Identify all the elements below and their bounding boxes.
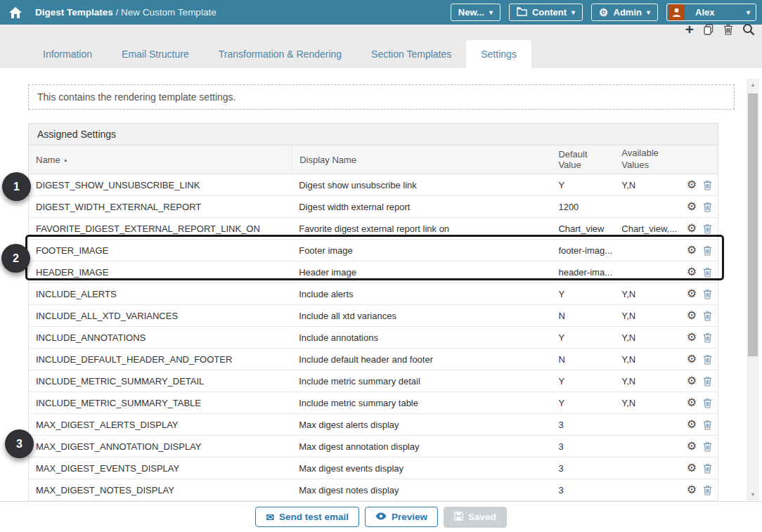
tab-settings[interactable]: Settings — [466, 40, 531, 68]
table-row: MAX_DIGEST_ANNOTATION_DISPLAY Max digest… — [29, 436, 718, 458]
delete-setting-trash-icon[interactable] — [703, 485, 712, 495]
setting-name: INCLUDE_ANNOTATIONS — [29, 332, 292, 343]
setting-name: DIGEST_SHOW_UNSUBSCRIBE_LINK — [29, 180, 292, 190]
table-title: Assigned Settings — [28, 123, 718, 145]
preview-button[interactable]: Preview — [365, 507, 438, 527]
setting-default-value: Chart_view — [551, 223, 614, 234]
scrollbar-down-arrow[interactable]: ▼ — [747, 492, 759, 497]
delete-setting-trash-icon[interactable] — [703, 289, 712, 299]
tab-transformation-rendering[interactable]: Transformation & Rendering — [204, 40, 356, 68]
copy-icon[interactable] — [703, 24, 714, 35]
row-actions: ⚙ — [678, 462, 718, 474]
table-body: DIGEST_SHOW_UNSUBSCRIBE_LINK Digest show… — [28, 174, 718, 501]
delete-setting-trash-icon[interactable] — [703, 420, 712, 430]
saved-button[interactable]: Saved — [444, 507, 507, 528]
edit-setting-gear-icon[interactable]: ⚙ — [687, 245, 697, 256]
breadcrumb: Digest Templates / New Custom Template — [35, 7, 217, 18]
table-row: MAX_DIGEST_ALERTS_DISPLAY Max digest ale… — [29, 414, 718, 436]
edit-setting-gear-icon[interactable]: ⚙ — [687, 201, 697, 212]
gear-icon: ⚙ — [599, 7, 608, 18]
column-header-display-name[interactable]: Display Name — [292, 145, 551, 174]
delete-setting-trash-icon[interactable] — [703, 267, 712, 278]
edit-setting-gear-icon[interactable]: ⚙ — [687, 484, 697, 495]
edit-setting-gear-icon[interactable]: ⚙ — [687, 310, 697, 321]
delete-setting-trash-icon[interactable] — [703, 354, 712, 365]
scrollbar-up-arrow[interactable]: ▲ — [747, 82, 759, 87]
home-icon[interactable] — [9, 7, 22, 18]
edit-setting-gear-icon[interactable]: ⚙ — [687, 397, 697, 408]
tab-section-templates[interactable]: Section Templates — [356, 40, 466, 68]
edit-setting-gear-icon[interactable]: ⚙ — [687, 419, 697, 430]
edit-setting-gear-icon[interactable]: ⚙ — [687, 288, 697, 299]
setting-default-value: N — [551, 311, 614, 321]
row-actions: ⚙ — [678, 245, 718, 256]
delete-icon[interactable] — [723, 24, 733, 35]
row-actions: ⚙ — [678, 288, 718, 299]
table-row: INCLUDE_ALERTS Include alerts Y Y,N ⚙ — [29, 283, 718, 305]
table-row: MAX_DIGEST_NOTES_DISPLAY Max digest note… — [29, 479, 718, 501]
row-actions: ⚙ — [678, 353, 718, 365]
setting-name: INCLUDE_ALERTS — [29, 289, 292, 299]
delete-setting-trash-icon[interactable] — [703, 180, 712, 190]
topbar-actions: New... ▾ Content ▾ ⚙ Admin ▾ Alex ▾ — [451, 4, 756, 21]
setting-default-value: header-ima... — [551, 267, 614, 278]
delete-setting-trash-icon[interactable] — [703, 311, 712, 321]
delete-setting-trash-icon[interactable] — [703, 398, 712, 408]
delete-setting-trash-icon[interactable] — [703, 463, 712, 474]
delete-setting-trash-icon[interactable] — [703, 223, 712, 234]
setting-name: INCLUDE_DEFAULT_HEADER_AND_FOOTER — [29, 354, 292, 365]
table-row: DIGEST_WIDTH_EXTERNAL_REPORT Digest widt… — [29, 196, 718, 218]
tab-email-structure[interactable]: Email Structure — [107, 40, 204, 68]
setting-default-value: 3 — [551, 463, 614, 474]
setting-available-values: Y,N — [614, 376, 678, 387]
add-icon[interactable]: + — [685, 23, 694, 36]
sort-ascending-icon: ▲ — [63, 157, 68, 162]
edit-setting-gear-icon[interactable]: ⚙ — [687, 179, 697, 190]
edit-setting-gear-icon[interactable]: ⚙ — [687, 375, 697, 387]
setting-default-value: 3 — [551, 420, 614, 430]
setting-display-name: Digest width external report — [292, 202, 551, 212]
row-actions: ⚙ — [678, 310, 718, 321]
edit-setting-gear-icon[interactable]: ⚙ — [687, 353, 697, 365]
table-row: DIGEST_SHOW_UNSUBSCRIBE_LINK Digest show… — [29, 174, 718, 196]
edit-setting-gear-icon[interactable]: ⚙ — [687, 223, 697, 234]
admin-menu-button[interactable]: ⚙ Admin ▾ — [591, 4, 658, 21]
vertical-scrollbar[interactable]: ▲ ▼ — [747, 79, 759, 500]
breadcrumb-section[interactable]: Digest Templates — [35, 7, 113, 18]
search-icon[interactable] — [742, 23, 755, 36]
delete-setting-trash-icon[interactable] — [703, 332, 712, 343]
user-menu-button[interactable]: Alex ▾ — [666, 4, 756, 21]
column-header-name[interactable]: Name▲ — [29, 152, 292, 168]
delete-setting-trash-icon[interactable] — [703, 376, 712, 387]
edit-setting-gear-icon[interactable]: ⚙ — [687, 266, 697, 278]
avatar — [669, 4, 685, 20]
column-header-actions — [678, 157, 718, 162]
annotation-circle-3: 3 — [5, 429, 34, 458]
edit-setting-gear-icon[interactable]: ⚙ — [687, 332, 697, 343]
new-button[interactable]: New... ▾ — [451, 4, 501, 21]
scrollbar-thumb[interactable] — [748, 93, 758, 356]
annotation-circle-2: 2 — [1, 244, 30, 273]
edit-setting-gear-icon[interactable]: ⚙ — [687, 441, 697, 452]
top-navigation-bar: Digest Templates / New Custom Template N… — [0, 0, 762, 25]
table-row: INCLUDE_DEFAULT_HEADER_AND_FOOTER Includ… — [29, 349, 718, 370]
table-row: MAX_DIGEST_EVENTS_DISPLAY Max digest eve… — [29, 458, 718, 479]
column-header-available-values[interactable]: Available Values — [614, 145, 678, 174]
setting-available-values: Y,N — [614, 180, 678, 190]
column-header-default-value[interactable]: Default Value — [551, 146, 614, 173]
setting-default-value: Y — [551, 376, 614, 387]
row-actions: ⚙ — [678, 179, 718, 190]
delete-setting-trash-icon[interactable] — [703, 202, 712, 212]
delete-setting-trash-icon[interactable] — [703, 441, 712, 452]
chevron-down-icon: ▾ — [489, 9, 493, 16]
tab-information[interactable]: Information — [28, 40, 107, 68]
user-name: Alex — [695, 7, 714, 18]
table-row: FAVORITE_DIGEST_EXTERNAL_REPORT_LINK_ON … — [29, 218, 718, 240]
edit-setting-gear-icon[interactable]: ⚙ — [687, 462, 697, 474]
delete-setting-trash-icon[interactable] — [703, 245, 712, 256]
content-menu-button[interactable]: Content ▾ — [509, 4, 583, 21]
send-test-email-button[interactable]: ✉ Send test email — [255, 507, 359, 527]
envelope-icon: ✉ — [266, 512, 274, 522]
setting-default-value: Y — [551, 398, 614, 408]
table-row: FOOTER_IMAGE Footer image footer-imag...… — [29, 240, 718, 261]
